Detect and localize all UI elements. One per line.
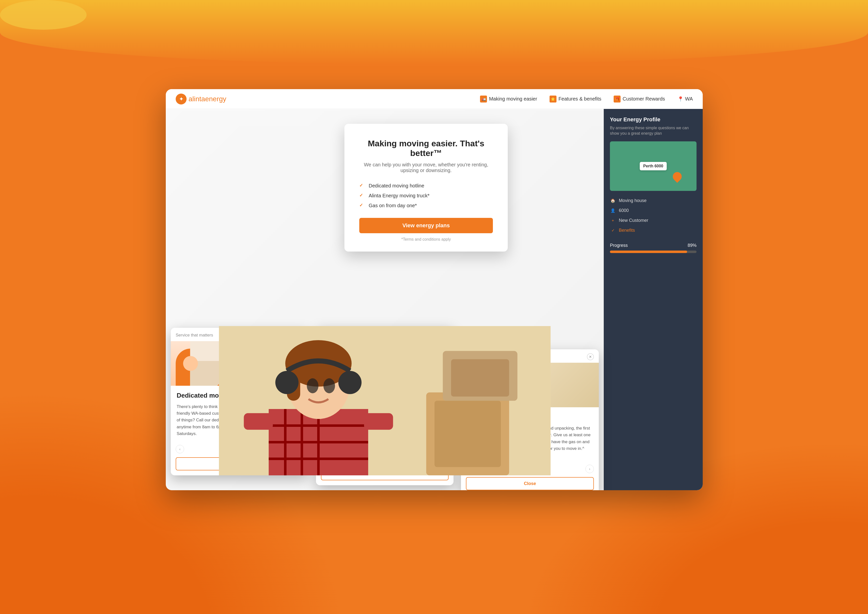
energy-profile-title: Your Energy Profile (610, 117, 696, 123)
profile-item-benefits: ✓ Benefits (610, 225, 696, 235)
map-marker (671, 170, 684, 183)
background-arc-top (0, 0, 868, 64)
card-gas-close-button[interactable]: Close (466, 477, 594, 490)
nav-links: 🚛 Making moving easier ⭐ Features & bene… (480, 96, 693, 103)
checkmark-icon: ✓ (610, 227, 616, 233)
plus-icon: + (610, 218, 616, 224)
profile-item-new-customer: + New Customer (610, 216, 696, 225)
profile-item-moving: 🏠 Moving house (610, 196, 696, 206)
background-ellipse (0, 0, 87, 30)
logo: ✦ alintaenergy (176, 93, 226, 104)
person-icon: 👤 (610, 208, 616, 214)
profile-items: 🏠 Moving house 👤 6000 + New Customer ✓ B… (610, 196, 696, 235)
check-truck-icon: ✓ (359, 193, 365, 199)
location-pin-icon: 📍 (677, 96, 684, 102)
terms-note: *Terms and conditions apply (359, 237, 493, 242)
energy-profile-subtitle: By answering these simple questions we c… (610, 125, 696, 137)
feature-item-truck: ✓ Alinta Energy moving truck* (359, 191, 493, 201)
nav-rewards[interactable]: 🎁 Customer Rewards (614, 96, 665, 103)
nav-making-moving[interactable]: 🚛 Making moving easier (480, 96, 537, 103)
logo-text: alintaenergy (189, 95, 226, 103)
energy-profile-sidebar: Your Energy Profile By answering these s… (604, 109, 703, 490)
gift-icon: 🎁 (614, 96, 620, 103)
logo-icon: ✦ (176, 93, 186, 104)
profile-item-postcode: 👤 6000 (610, 206, 696, 216)
progress-bar-fill (610, 250, 687, 253)
progress-section: Progress 89% (610, 243, 696, 253)
check-gas-icon: ✓ (359, 202, 365, 208)
cards-container: Service that matters ✕ (171, 326, 599, 476)
map-area: Perth 6000 (610, 141, 696, 191)
truck-icon: 🚛 (480, 96, 487, 103)
center-modal: Making moving easier. That's better™ We … (344, 124, 508, 252)
nav-location[interactable]: 📍 WA (677, 96, 693, 102)
feature-item-gas: ✓ Gas on from day one* (359, 201, 493, 210)
svg-rect-35 (461, 401, 501, 467)
modal-subtitle: We can help you with your move, whether … (359, 162, 493, 173)
map-label: Perth 6000 (640, 162, 667, 170)
house-icon: 🏠 (610, 198, 616, 204)
browser-nav: ✦ alintaenergy 🚛 Making moving easier ⭐ … (166, 89, 703, 109)
card-gas: Service that matters ✕ (461, 349, 599, 490)
feature-item-hotline: ✓ Dedicated moving hotline (359, 181, 493, 191)
progress-label: Progress 89% (610, 243, 696, 248)
browser-content: Your Energy Profile By answering these s… (166, 109, 703, 490)
nav-features[interactable]: ⭐ Features & benefits (550, 96, 601, 103)
feature-list: ✓ Dedicated moving hotline ✓ Alinta Ener… (359, 181, 493, 210)
svg-rect-37 (461, 359, 509, 396)
progress-bar-background (610, 250, 696, 253)
star-icon: ⭐ (550, 96, 556, 103)
view-energy-plans-button[interactable]: View energy plans (359, 218, 493, 233)
card-gas-image (461, 363, 599, 407)
browser-window: ✦ alintaenergy 🚛 Making moving easier ⭐ … (166, 89, 703, 490)
modal-headline: Making moving easier. That's better™ (359, 138, 493, 158)
check-hotline-icon: ✓ (359, 183, 365, 189)
